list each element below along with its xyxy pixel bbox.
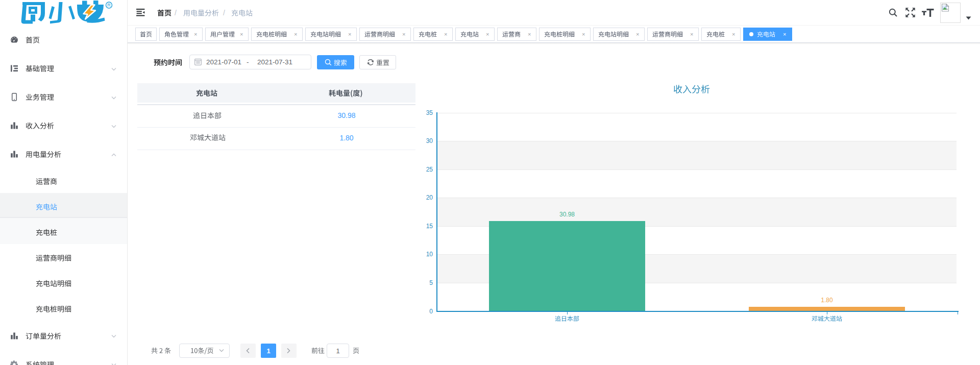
svg-text:R: R [107, 3, 111, 8]
